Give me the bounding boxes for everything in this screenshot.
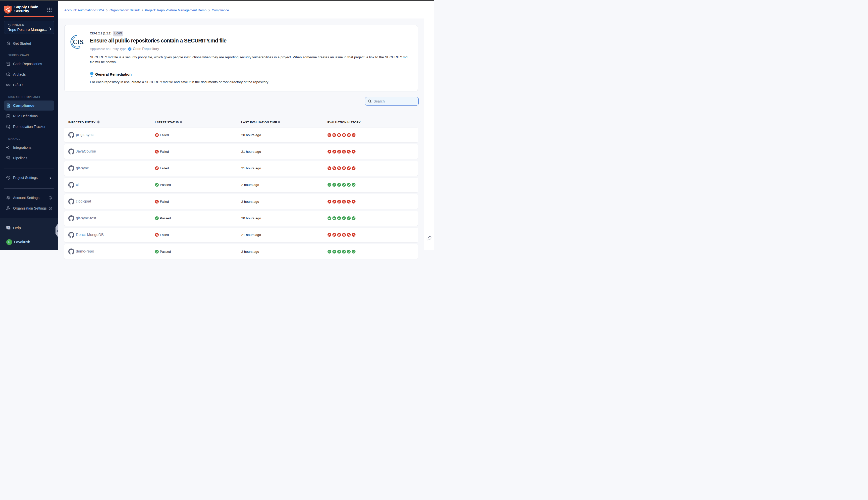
svg-text:?: ? [8, 226, 9, 229]
svg-text:CIS: CIS [73, 38, 83, 45]
